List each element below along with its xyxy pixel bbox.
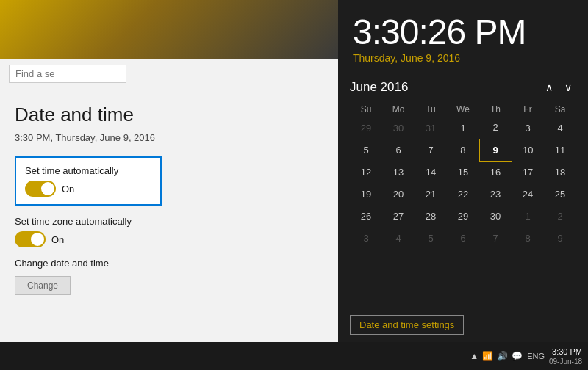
calendar-cell[interactable]: 15 [447, 161, 479, 183]
clock-time: 3:30:26 PM [353, 12, 573, 52]
set-time-auto-toggle[interactable] [25, 181, 56, 197]
calendar-cell[interactable]: 2 [479, 117, 512, 139]
taskbar-message-icon[interactable]: 💬 [512, 351, 523, 361]
calendar-cell[interactable]: 10 [512, 139, 544, 161]
set-time-auto-value: On [62, 184, 74, 195]
calendar-row: 19202122232425 [350, 183, 576, 205]
taskbar: ▲ 📶 🔊 💬 ENG 3:30 PM 09-Jun-18 [0, 342, 588, 370]
change-button[interactable]: Change [15, 276, 71, 295]
calendar-cell[interactable]: 28 [415, 205, 447, 227]
calendar-cell[interactable]: 29 [350, 117, 382, 139]
calendar-cell[interactable]: 21 [415, 183, 447, 205]
set-timezone-value: On [51, 234, 64, 245]
taskbar-volume-icon[interactable]: 🔊 [497, 351, 508, 361]
calendar-cell[interactable]: 7 [479, 227, 512, 249]
calendar-weekday-header: Su [350, 102, 382, 117]
date-time-settings-bar: Date and time settings [338, 309, 588, 342]
calendar-month-year: June 2016 [350, 80, 408, 95]
calendar-cell[interactable]: 24 [512, 183, 544, 205]
taskbar-network-icon[interactable]: 📶 [482, 351, 493, 361]
calendar-row: 2930311234 [350, 117, 576, 139]
calendar-cell[interactable]: 6 [447, 227, 479, 249]
calendar-weekday-header: We [447, 102, 479, 117]
calendar-cell[interactable]: 17 [512, 161, 544, 183]
calendar-cell[interactable]: 5 [350, 139, 382, 161]
set-timezone-auto-label: Set time zone automatically [15, 216, 323, 227]
calendar-cell[interactable]: 30 [479, 205, 512, 227]
calendar-cell[interactable]: 26 [350, 205, 382, 227]
calendar-weekday-header: Mo [382, 102, 415, 117]
calendar-grid: SuMoTuWeThFrSa 2930311234567891011121314… [350, 102, 576, 249]
calendar-cell[interactable]: 31 [415, 117, 447, 139]
calendar-cell[interactable]: 20 [382, 183, 415, 205]
calendar-cell[interactable]: 12 [350, 161, 382, 183]
calendar-cell[interactable]: 13 [382, 161, 415, 183]
calendar-cell[interactable]: 7 [415, 139, 447, 161]
calendar-cell[interactable]: 23 [479, 183, 512, 205]
settings-search-input[interactable] [9, 65, 126, 83]
calendar-cell[interactable]: 9 [479, 139, 512, 161]
set-timezone-toggle[interactable] [15, 231, 46, 247]
calendar-cell[interactable]: 1 [447, 117, 479, 139]
calendar-cell[interactable]: 30 [382, 117, 415, 139]
calendar-body: 2930311234567891011121314151617181920212… [350, 117, 576, 249]
change-date-time-label: Change date and time [15, 258, 323, 269]
calendar-weekday-header: Th [479, 102, 512, 117]
settings-title: Date and time [15, 104, 323, 126]
calendar-cell[interactable]: 8 [447, 139, 479, 161]
calendar-cell[interactable]: 11 [544, 139, 576, 161]
calendar-cell[interactable]: 29 [447, 205, 479, 227]
calendar-cell[interactable]: 18 [544, 161, 576, 183]
calendar-weekday-header: Fr [512, 102, 544, 117]
calendar-cell[interactable]: 3 [512, 117, 544, 139]
calendar-weekdays-row: SuMoTuWeThFrSa [350, 102, 576, 117]
calendar-row: 567891011 [350, 139, 576, 161]
settings-header-image [0, 0, 338, 59]
set-timezone-toggle-row: On [15, 231, 323, 247]
calendar-cell[interactable]: 1 [512, 205, 544, 227]
calendar-cell[interactable]: 27 [382, 205, 415, 227]
calendar-cell[interactable]: 14 [415, 161, 447, 183]
calendar-cell[interactable]: 5 [415, 227, 447, 249]
settings-content: Date and time 3:30 PM, Thursday, June 9,… [0, 89, 338, 342]
set-time-auto-label: Set time automatically [25, 165, 151, 176]
calendar-cell[interactable]: 3 [350, 227, 382, 249]
settings-current-time: 3:30 PM, Thursday, June 9, 2016 [15, 132, 323, 143]
calendar-row: 262728293012 [350, 205, 576, 227]
calendar-cell[interactable]: 6 [382, 139, 415, 161]
calendar-cell[interactable]: 4 [382, 227, 415, 249]
settings-search-bar [0, 59, 338, 89]
calendar-prev-button[interactable]: ∧ [541, 80, 557, 95]
taskbar-language[interactable]: ENG [527, 352, 545, 360]
calendar-cell[interactable]: 25 [544, 183, 576, 205]
date-time-settings-link[interactable]: Date and time settings [350, 315, 464, 335]
set-time-auto-box: Set time automatically On [15, 156, 162, 206]
calendar-panel: 3:30:26 PM Thursday, June 9, 2016 June 2… [338, 0, 588, 342]
change-date-time-section: Change date and time Change [15, 258, 323, 295]
calendar-cell[interactable]: 9 [544, 227, 576, 249]
clock-display: 3:30:26 PM Thursday, June 9, 2016 [338, 0, 588, 74]
calendar-weekday-header: Tu [415, 102, 447, 117]
set-timezone-auto-section: Set time zone automatically On [15, 216, 323, 247]
taskbar-time-display: 3:30 PM 09-Jun-18 [549, 347, 582, 365]
calendar-row: 12131415161718 [350, 161, 576, 183]
taskbar-time: 3:30 PM [549, 347, 582, 357]
taskbar-up-arrow-icon[interactable]: ▲ [470, 351, 478, 361]
taskbar-date: 09-Jun-18 [549, 358, 582, 366]
calendar-cell[interactable]: 22 [447, 183, 479, 205]
calendar-cell[interactable]: 4 [544, 117, 576, 139]
clock-date: Thursday, June 9, 2016 [353, 52, 573, 64]
calendar-cell[interactable]: 19 [350, 183, 382, 205]
calendar-header: June 2016 ∧ ∨ [350, 80, 576, 95]
calendar-nav: ∧ ∨ [541, 80, 576, 95]
calendar-row: 3456789 [350, 227, 576, 249]
set-time-auto-toggle-row: On [25, 181, 151, 197]
calendar-weekday-header: Sa [544, 102, 576, 117]
taskbar-icons: ▲ 📶 🔊 💬 [470, 351, 523, 361]
calendar-container: June 2016 ∧ ∨ SuMoTuWeThFrSa 29303112345… [338, 74, 588, 309]
calendar-cell[interactable]: 16 [479, 161, 512, 183]
settings-panel: Date and time 3:30 PM, Thursday, June 9,… [0, 0, 338, 342]
calendar-cell[interactable]: 2 [544, 205, 576, 227]
calendar-next-button[interactable]: ∨ [560, 80, 576, 95]
calendar-cell[interactable]: 8 [512, 227, 544, 249]
